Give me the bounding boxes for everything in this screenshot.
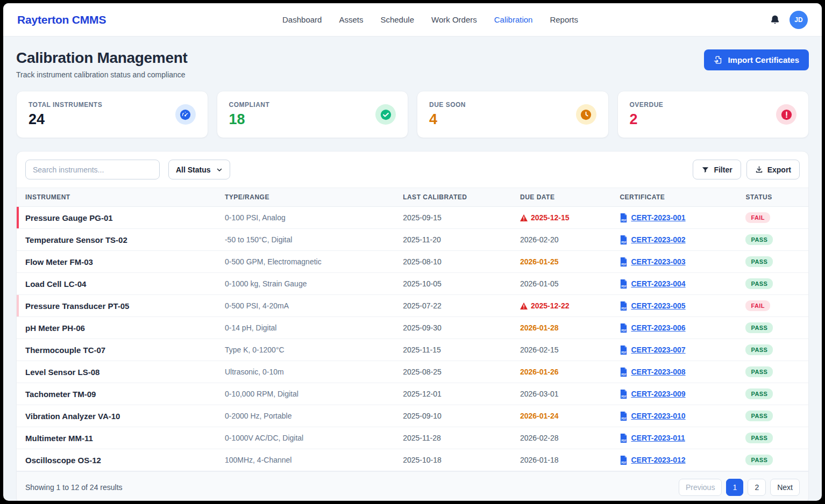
last-calibrated: 2025-12-01 xyxy=(394,383,511,405)
stat-value: 24 xyxy=(29,111,102,128)
pdf-file-icon: PDF xyxy=(620,301,628,311)
certificate-link[interactable]: CERT-2023-001 xyxy=(631,213,685,222)
table-row[interactable]: Multimeter MM-110-1000V AC/DC, Digital20… xyxy=(17,427,808,449)
pdf-file-icon: PDF xyxy=(620,235,628,244)
certificate-link[interactable]: CERT-2023-009 xyxy=(631,390,685,398)
instrument-name: Pressure Gauge PG-01 xyxy=(17,207,216,229)
status-badge: FAIL xyxy=(745,212,770,223)
pdf-file-icon: PDF xyxy=(620,390,628,399)
status-badge: PASS xyxy=(745,322,773,333)
certificate-link[interactable]: CERT-2023-003 xyxy=(631,257,685,266)
last-calibrated: 2025-10-05 xyxy=(394,273,511,295)
due-date: 2026-01-05 xyxy=(520,279,559,288)
table-row[interactable]: Tachometer TM-090-10,000 RPM, Digital202… xyxy=(17,383,808,405)
certificate-link[interactable]: CERT-2023-006 xyxy=(631,323,685,332)
stat-label: DUE SOON xyxy=(429,101,466,109)
instrument-name: Level Sensor LS-08 xyxy=(17,361,216,383)
table-row[interactable]: Vibration Analyzer VA-100-2000 Hz, Porta… xyxy=(17,405,808,427)
user-avatar[interactable]: JD xyxy=(790,11,808,29)
last-calibrated: 2025-10-18 xyxy=(394,449,511,471)
nav-item-reports[interactable]: Reports xyxy=(550,15,578,24)
filter-button[interactable]: Filter xyxy=(693,160,741,179)
table-footer: Showing 1 to 12 of 24 results Previous12… xyxy=(17,471,808,501)
svg-text:PDF: PDF xyxy=(622,373,627,376)
col-instrument: INSTRUMENT xyxy=(17,188,216,207)
type-range: 0-1000V AC/DC, Digital xyxy=(216,427,394,449)
last-calibrated: 2025-11-20 xyxy=(394,229,511,251)
import-certificates-button[interactable]: Import Certificates xyxy=(704,49,809,70)
last-calibrated: 2025-09-15 xyxy=(394,207,511,229)
status-badge: PASS xyxy=(745,433,773,443)
type-range: Type K, 0-1200°C xyxy=(216,339,394,361)
certificate-link[interactable]: CERT-2023-012 xyxy=(631,456,685,464)
certificate-link[interactable]: CERT-2023-002 xyxy=(631,235,685,244)
pdf-file-icon: PDF xyxy=(620,368,628,377)
export-button[interactable]: Export xyxy=(746,160,800,179)
certificate-link[interactable]: CERT-2023-008 xyxy=(631,368,685,376)
file-import-icon xyxy=(714,55,723,64)
type-range: 0-500 GPM, Electromagnetic xyxy=(216,251,394,273)
stat-label: TOTAL INSTRUMENTS xyxy=(29,101,102,109)
type-range: Ultrasonic, 0-10m xyxy=(216,361,394,383)
stat-value: 4 xyxy=(429,111,466,128)
table-row[interactable]: Oscilloscope OS-12100MHz, 4-Channel2025-… xyxy=(17,449,808,471)
table-row[interactable]: Level Sensor LS-08Ultrasonic, 0-10m2025-… xyxy=(17,361,808,383)
due-date-overdue: 2025-12-15 xyxy=(520,213,606,222)
clock-icon xyxy=(576,104,596,125)
due-date: 2026-02-20 xyxy=(520,235,559,244)
nav-item-schedule[interactable]: Schedule xyxy=(380,15,414,24)
certificate-link[interactable]: CERT-2023-010 xyxy=(631,412,685,420)
svg-text:PDF: PDF xyxy=(622,219,627,221)
table-header: INSTRUMENT TYPE/RANGE LAST CALIBRATED DU… xyxy=(17,188,808,207)
table-row[interactable]: Load Cell LC-040-1000 kg, Strain Gauge20… xyxy=(17,273,808,295)
table-row[interactable]: Flow Meter FM-030-500 GPM, Electromagnet… xyxy=(17,251,808,273)
table-row[interactable]: Temperature Sensor TS-02-50 to 150°C, Di… xyxy=(17,229,808,251)
status-filter-select[interactable]: All Status xyxy=(168,160,230,179)
due-date-soon: 2026-01-26 xyxy=(520,368,559,376)
stat-value: 2 xyxy=(630,111,664,128)
table-body: Pressure Gauge PG-010-100 PSI, Analog202… xyxy=(17,207,808,471)
page-button-2[interactable]: 2 xyxy=(748,479,766,496)
page-button-next[interactable]: Next xyxy=(770,479,800,496)
nav-item-work-orders[interactable]: Work Orders xyxy=(431,15,477,24)
svg-text:PDF: PDF xyxy=(622,241,627,243)
status-badge: PASS xyxy=(745,455,773,465)
due-date-overdue: 2025-12-22 xyxy=(520,301,606,310)
instrument-name: pH Meter PH-06 xyxy=(17,317,216,339)
table-toolbar: All Status Filter xyxy=(17,152,808,188)
gauge-icon xyxy=(175,104,196,125)
due-date: 2026-03-01 xyxy=(520,390,559,398)
brand-logo[interactable]: Rayterton CMMS xyxy=(17,13,106,26)
certificate-link[interactable]: CERT-2023-004 xyxy=(631,279,685,288)
stats-row: TOTAL INSTRUMENTS24COMPLIANT18DUE SOON4O… xyxy=(16,91,809,138)
chevron-down-icon xyxy=(216,167,223,173)
page-button-1[interactable]: 1 xyxy=(726,479,743,496)
stat-label: OVERDUE xyxy=(630,101,664,109)
svg-text:PDF: PDF xyxy=(622,439,627,442)
nav-item-assets[interactable]: Assets xyxy=(339,15,363,24)
notifications-bell-icon[interactable] xyxy=(769,14,781,26)
instrument-name: Multimeter MM-11 xyxy=(17,427,216,449)
top-navigation-bar: Rayterton CMMS DashboardAssetsScheduleWo… xyxy=(3,3,822,37)
page-title: Calibration Management xyxy=(16,49,188,67)
due-date: 2026-02-15 xyxy=(520,345,559,354)
topbar-right: JD xyxy=(769,11,808,29)
table-row[interactable]: pH Meter PH-060-14 pH, Digital2025-09-30… xyxy=(17,317,808,339)
status-badge: PASS xyxy=(745,366,773,377)
table-row[interactable]: Thermocouple TC-07Type K, 0-1200°C2025-1… xyxy=(17,339,808,361)
last-calibrated: 2025-11-15 xyxy=(394,339,511,361)
certificate-link[interactable]: CERT-2023-007 xyxy=(631,345,685,354)
stat-card-total-instruments: TOTAL INSTRUMENTS24 xyxy=(16,91,208,138)
download-icon xyxy=(755,165,763,174)
table-row[interactable]: Pressure Transducer PT-050-500 PSI, 4-20… xyxy=(17,295,808,317)
last-calibrated: 2025-09-10 xyxy=(394,405,511,427)
nav-item-dashboard[interactable]: Dashboard xyxy=(282,15,322,24)
col-status: STATUS xyxy=(737,188,808,207)
table-row[interactable]: Pressure Gauge PG-010-100 PSI, Analog202… xyxy=(17,207,808,229)
due-date-soon: 2026-01-25 xyxy=(520,257,559,266)
certificate-link[interactable]: CERT-2023-011 xyxy=(631,434,685,442)
search-input[interactable] xyxy=(25,160,160,179)
nav-item-calibration[interactable]: Calibration xyxy=(494,15,533,24)
calibration-table-card: All Status Filter xyxy=(16,151,809,501)
certificate-link[interactable]: CERT-2023-005 xyxy=(631,301,685,310)
